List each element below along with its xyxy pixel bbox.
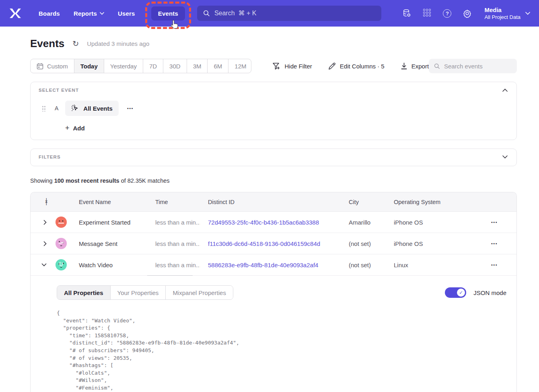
cell-distinct-id-link[interactable]: 72d49553-25fc-4f0c-b436-1b5ac6ab3388 [200,219,341,226]
cell-event-name: Experiment Started [72,219,147,226]
chevron-up-icon [502,89,508,92]
refresh-icon[interactable]: ↻ [72,40,79,47]
collapse-all-rows-icon[interactable]: ↓↑ [44,198,48,206]
date-range-today[interactable]: Today [74,59,104,73]
select-event-label: SELECT EVENT [39,88,79,93]
export-button[interactable]: Export [401,62,429,70]
mixpanel-logo[interactable] [9,8,22,19]
cell-time: less than a min... [147,262,200,268]
plus-icon: + [65,124,70,132]
help-icon[interactable]: ? [442,9,452,18]
event-more-options-button[interactable]: ••• [125,103,136,113]
properties-tab-group: All Properties Your Properties Mixpanel … [57,285,233,300]
date-range-yesterday-label: Yesterday [110,63,137,70]
events-search-input[interactable] [444,63,512,70]
table-row[interactable]: Experiment Started less than a min... 72… [31,212,516,233]
events-search[interactable] [429,59,517,73]
cursor-hand-icon [170,19,179,30]
cell-city: (not set) [341,240,386,247]
nav-item-users[interactable]: Users [118,10,135,17]
table-row[interactable]: Message Sent less than a min... f11c30d6… [31,233,516,254]
date-range-12m[interactable]: 12M [228,59,251,73]
row-more-options-button[interactable]: ••• [487,260,502,270]
project-selector[interactable]: Media All Project Data [484,6,530,21]
select-event-card: SELECT EVENT A [30,82,517,140]
row-more-options-button[interactable]: ••• [487,239,502,248]
search-icon [434,63,440,70]
date-range-custom[interactable]: Custom [31,59,74,73]
collapse-row-chevron-icon[interactable] [41,263,47,266]
date-range-3m[interactable]: 3M [187,59,208,73]
settings-gear-icon[interactable] [463,9,472,18]
hide-filter-label: Hide Filter [284,63,312,70]
primary-nav: Boards Reports Users Events [39,6,185,21]
date-range-7d[interactable]: 7D [143,59,163,73]
cell-city: (not set) [341,262,386,268]
nav-item-events[interactable]: Events [151,6,185,21]
date-range-control: Custom Today Yesterday 7D 30D 3M [30,59,251,73]
add-event-button[interactable]: + Add [65,124,508,132]
select-event-body: A All Events ••• + [31,93,516,140]
pencil-icon [328,62,336,70]
project-name: Media [484,6,520,14]
json-mode-toggle[interactable]: ✓ [445,287,466,298]
date-range-30d[interactable]: 30D [163,59,187,73]
json-mode-control: ✓ JSON mode [445,287,506,298]
cell-distinct-id-link[interactable]: f11c30d6-dc6d-4518-9136-0d046159c84d [200,240,341,247]
global-search-input[interactable] [214,10,375,17]
filters-label: FILTERS [39,155,61,159]
tab-your-properties[interactable]: Your Properties [111,286,166,299]
calendar-icon [37,63,43,70]
date-range-30d-label: 30D [169,63,181,70]
edit-columns-button[interactable]: Edit Columns · 5 [328,62,385,70]
detail-panel-toolbar: All Properties Your Properties Mixpanel … [57,285,506,300]
date-range-yesterday[interactable]: Yesterday [104,59,143,73]
apps-grid-icon[interactable] [422,9,432,18]
filters-card: FILTERS [30,149,517,166]
tab-all-properties[interactable]: All Properties [57,286,111,299]
chevron-down-icon [100,12,104,15]
event-picker-icon [71,104,79,112]
nav-item-users-label: Users [118,10,135,17]
event-detail-panel: All Properties Your Properties Mixpanel … [31,276,516,392]
data-management-icon[interactable] [402,9,411,18]
cell-os: Linux [386,262,472,268]
json-mode-label: JSON mode [473,289,506,296]
cell-distinct-id-link[interactable]: 5886283e-e9fb-48fb-81de-40e9093a2af4 [200,262,341,268]
filters-header: FILTERS [31,149,516,159]
avatar [56,217,67,228]
expand-row-chevron-icon[interactable] [43,241,47,246]
nav-item-reports[interactable]: Reports [74,10,104,17]
tab-mixpanel-properties[interactable]: Mixpanel Properties [166,286,233,299]
chevron-down-icon [525,12,530,15]
date-range-6m[interactable]: 6M [208,59,228,73]
nav-item-reports-label: Reports [74,10,97,17]
add-event-label: Add [73,125,85,132]
main-content: Events ↻ Updated 3 minutes ago Custom To… [0,37,539,392]
cell-event-name: Watch Video [72,262,147,268]
event-json-view: { "event": "Watch Video", "properties": … [57,309,506,392]
nav-item-events-wrapper: Events [151,6,185,21]
collapse-select-event-button[interactable] [502,88,508,93]
project-scope: All Project Data [484,14,520,21]
hide-filter-button[interactable]: Hide Filter [272,62,312,70]
column-header-distinct-id[interactable]: Distinct ID [200,199,341,205]
column-header-operating-system[interactable]: Operating System [386,199,472,205]
project-text: Media All Project Data [484,6,520,21]
event-picker-button[interactable]: All Events [65,101,119,116]
drag-handle[interactable] [42,105,46,111]
expand-row-chevron-icon[interactable] [43,220,47,225]
column-header-city[interactable]: City [341,199,386,205]
nav-item-boards[interactable]: Boards [39,10,60,17]
expand-filters-button[interactable] [502,155,508,159]
column-header-time[interactable]: Time [147,199,200,205]
cell-event-name: Message Sent [72,240,147,247]
date-range-7d-label: 7D [149,63,157,70]
date-range-12m-label: 12M [235,63,246,70]
column-header-event-name[interactable]: Event Name [72,199,147,205]
table-row-expanded[interactable]: Watch Video less than a min... 5886283e-… [31,254,516,276]
global-search[interactable] [197,6,381,21]
row-more-options-button[interactable]: ••• [487,217,502,227]
results-summary: Showing 100 most recent results of 82.35… [30,177,517,184]
event-builder-row: A All Events ••• [39,101,508,116]
